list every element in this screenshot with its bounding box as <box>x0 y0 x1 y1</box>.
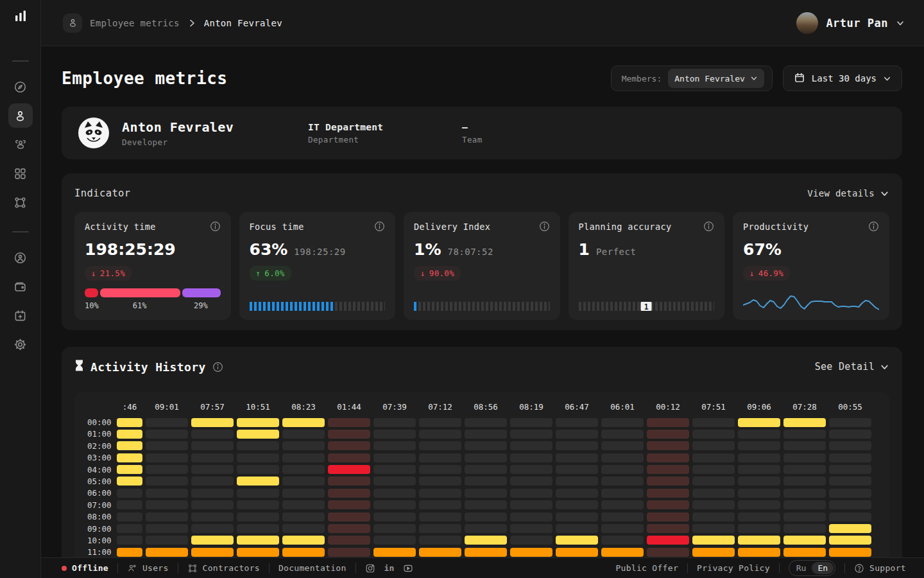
heatmap-cell[interactable] <box>282 418 325 427</box>
heatmap-cell[interactable] <box>692 489 735 498</box>
heatmap-cell[interactable] <box>510 441 552 450</box>
heatmap-cell[interactable] <box>191 536 234 545</box>
heatmap-cell[interactable] <box>146 441 188 450</box>
app-logo-icon[interactable] <box>13 9 28 26</box>
view-details-button[interactable]: View details <box>807 188 889 198</box>
heatmap-cell[interactable] <box>117 430 142 439</box>
heatmap-cell[interactable] <box>117 489 142 498</box>
heatmap-cell[interactable] <box>510 453 552 462</box>
heatmap-cell[interactable] <box>692 477 735 486</box>
heatmap-cell[interactable] <box>829 477 871 486</box>
heatmap-cell[interactable] <box>738 430 780 439</box>
heatmap-cell[interactable] <box>829 489 871 498</box>
heatmap-cell[interactable] <box>282 548 325 557</box>
heatmap-cell[interactable] <box>601 465 644 474</box>
heatmap-cell[interactable] <box>465 536 507 545</box>
heatmap-cell[interactable] <box>117 536 142 545</box>
heatmap-cell[interactable] <box>282 477 325 486</box>
heatmap-cell[interactable] <box>465 489 507 498</box>
heatmap-cell[interactable] <box>373 548 416 557</box>
heatmap-cell[interactable] <box>191 453 234 462</box>
heatmap-cell[interactable] <box>419 548 461 557</box>
heatmap-cell[interactable] <box>738 500 780 509</box>
heatmap-cell[interactable] <box>692 418 735 427</box>
sidebar-item-dashboard[interactable] <box>8 74 33 99</box>
lang-ru-button[interactable]: Ru <box>791 562 812 574</box>
heatmap-cell[interactable] <box>829 548 871 557</box>
heatmap-cell[interactable] <box>419 477 461 486</box>
sidebar-item-team[interactable] <box>8 132 33 157</box>
sidebar-item-projects[interactable] <box>8 190 33 215</box>
heatmap-cell[interactable] <box>647 453 689 462</box>
heatmap-cell[interactable] <box>465 548 507 557</box>
heatmap-cell[interactable] <box>510 524 552 533</box>
heatmap-cell[interactable] <box>738 418 780 427</box>
heatmap-cell[interactable] <box>419 524 461 533</box>
heatmap-cell[interactable] <box>465 453 507 462</box>
heatmap-cell[interactable] <box>601 453 644 462</box>
heatmap-cell[interactable] <box>556 465 598 474</box>
see-detail-button[interactable]: See Detail <box>815 361 889 372</box>
info-icon[interactable] <box>374 221 385 232</box>
heatmap-cell[interactable] <box>282 465 325 474</box>
heatmap-cell[interactable] <box>829 441 871 450</box>
members-select[interactable]: Members: Anton Fevralev <box>611 66 773 91</box>
info-icon[interactable] <box>703 221 714 232</box>
heatmap-cell[interactable] <box>237 477 279 486</box>
heatmap-cell[interactable] <box>191 418 234 427</box>
footer-link-privacy-policy[interactable]: Privacy Policy <box>697 563 770 573</box>
heatmap-cell[interactable] <box>117 477 142 486</box>
heatmap-cell[interactable] <box>556 500 598 509</box>
heatmap-cell[interactable] <box>692 536 735 545</box>
heatmap-cell[interactable] <box>692 430 735 439</box>
heatmap-cell[interactable] <box>738 441 780 450</box>
heatmap-cell[interactable] <box>601 441 644 450</box>
heatmap-cell[interactable] <box>783 536 826 545</box>
heatmap-cell[interactable] <box>510 465 552 474</box>
heatmap-cell[interactable] <box>465 512 507 521</box>
heatmap-cell[interactable] <box>373 500 416 509</box>
heatmap-cell[interactable] <box>829 453 871 462</box>
heatmap-cell[interactable] <box>373 489 416 498</box>
heatmap-cell[interactable] <box>601 430 644 439</box>
heatmap-cell[interactable] <box>146 430 188 439</box>
sidebar-item-wallet[interactable] <box>8 274 33 299</box>
heatmap-cell[interactable] <box>328 418 370 427</box>
heatmap-cell[interactable] <box>783 489 826 498</box>
heatmap-cell[interactable] <box>373 441 416 450</box>
info-icon[interactable] <box>210 221 221 232</box>
sidebar-item-employee[interactable] <box>8 103 33 128</box>
heatmap-cell[interactable] <box>191 430 234 439</box>
heatmap-cell[interactable] <box>237 524 279 533</box>
heatmap-cell[interactable] <box>510 536 552 545</box>
heatmap-cell[interactable] <box>146 453 188 462</box>
heatmap-cell[interactable] <box>328 441 370 450</box>
heatmap-cell[interactable] <box>282 453 325 462</box>
heatmap-cell[interactable] <box>419 500 461 509</box>
heatmap-cell[interactable] <box>146 418 188 427</box>
heatmap-cell[interactable] <box>829 465 871 474</box>
heatmap-cell[interactable] <box>146 489 188 498</box>
heatmap-cell[interactable] <box>373 477 416 486</box>
heatmap-cell[interactable] <box>692 465 735 474</box>
heatmap-cell[interactable] <box>191 477 234 486</box>
heatmap-cell[interactable] <box>647 536 689 545</box>
heatmap-cell[interactable] <box>328 453 370 462</box>
heatmap-cell[interactable] <box>556 524 598 533</box>
heatmap-cell[interactable] <box>738 477 780 486</box>
heatmap-cell[interactable] <box>282 489 325 498</box>
heatmap-cell[interactable] <box>146 500 188 509</box>
footer-link-contractors[interactable]: Contractors <box>187 563 260 574</box>
heatmap-cell[interactable] <box>647 418 689 427</box>
heatmap-cell[interactable] <box>601 500 644 509</box>
heatmap-cell[interactable] <box>328 500 370 509</box>
heatmap-cell[interactable] <box>465 418 507 427</box>
heatmap-cell[interactable] <box>738 489 780 498</box>
heatmap-cell[interactable] <box>419 536 461 545</box>
heatmap-cell[interactable] <box>282 536 325 545</box>
user-menu[interactable]: Artur Pan <box>796 12 905 34</box>
heatmap-cell[interactable] <box>117 453 142 462</box>
heatmap-cell[interactable] <box>328 465 370 474</box>
info-icon[interactable] <box>212 362 223 372</box>
heatmap-cell[interactable] <box>647 512 689 521</box>
